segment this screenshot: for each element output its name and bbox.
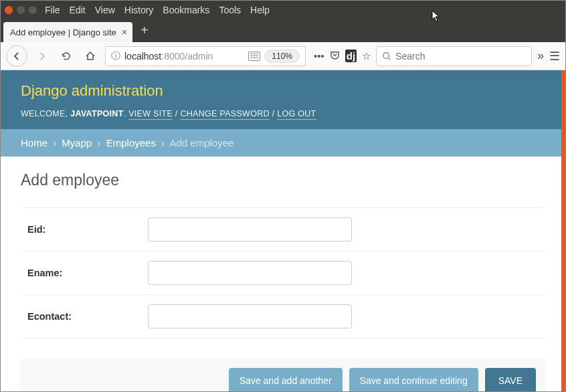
url-host: localhost	[124, 51, 161, 62]
reload-icon	[61, 51, 72, 62]
nav-back-button[interactable]	[6, 45, 27, 67]
home-icon	[85, 51, 96, 62]
submit-row: Save and add another Save and continue e…	[21, 359, 545, 391]
os-titlebar: File Edit View History Bookmarks Tools H…	[1, 1, 565, 19]
page-content: Django administration WELCOME, JAVATPOIN…	[1, 70, 565, 391]
url-path: :8000/admin	[161, 51, 213, 62]
window-controls	[5, 6, 37, 14]
tab-close-icon[interactable]: ×	[122, 27, 127, 37]
os-menubar: File Edit View History Bookmarks Tools H…	[45, 5, 270, 15]
label-eid: Eid:	[27, 224, 148, 235]
window-maximize-button[interactable]	[29, 6, 37, 14]
label-ename: Ename:	[27, 268, 148, 278]
save-continue-button[interactable]: Save and continue editing	[349, 368, 478, 391]
change-password-link[interactable]: CHANGE PASSWORD	[180, 109, 269, 120]
nav-forward-button	[33, 47, 52, 66]
window-minimize-button[interactable]	[17, 6, 25, 14]
arrow-left-icon	[11, 51, 22, 62]
menu-bookmarks[interactable]: Bookmarks	[163, 5, 209, 15]
url-bar[interactable]: ⓘ localhost:8000/admin 110%	[105, 46, 306, 66]
view-site-link[interactable]: VIEW SITE	[128, 109, 173, 120]
svg-point-0	[383, 52, 389, 58]
page-title: Add employee	[21, 171, 545, 189]
reader-mode-icon[interactable]	[248, 52, 260, 61]
breadcrumb-current: Add employee	[169, 137, 233, 149]
breadcrumb-app[interactable]: Myapp	[62, 137, 92, 149]
browser-toolbar: ⓘ localhost:8000/admin 110% ••• dj ☆ » ☰	[1, 42, 565, 70]
main-form-area: Add employee Eid: Ename: Econtact: Save …	[1, 157, 565, 391]
breadcrumb-model[interactable]: Employees	[106, 137, 156, 149]
breadcrumb-home[interactable]: Home	[21, 137, 48, 149]
menu-history[interactable]: History	[124, 5, 154, 15]
save-button[interactable]: SAVE	[485, 368, 536, 391]
search-icon	[382, 52, 391, 61]
menu-help[interactable]: Help	[250, 5, 270, 15]
window-close-button[interactable]	[5, 6, 13, 14]
django-debug-icon[interactable]: dj	[345, 50, 357, 62]
browser-tabstrip: Add employee | Django site × +	[1, 19, 565, 42]
tab-title: Add employee | Django site	[10, 27, 116, 37]
breadcrumb-separator: ›	[161, 137, 165, 149]
breadcrumb-separator: ›	[98, 137, 101, 149]
logout-link[interactable]: LOG OUT	[277, 109, 316, 120]
breadcrumb: Home › Myapp › Employees › Add employee	[1, 129, 565, 157]
bookmark-star-icon[interactable]: ☆	[362, 50, 371, 62]
hamburger-menu-icon[interactable]: ☰	[549, 49, 560, 64]
search-box[interactable]	[376, 46, 532, 66]
input-econtact[interactable]	[148, 304, 352, 328]
input-ename[interactable]	[148, 261, 352, 285]
menu-edit[interactable]: Edit	[70, 5, 86, 15]
new-tab-button[interactable]: +	[140, 23, 149, 38]
search-input[interactable]	[395, 51, 526, 62]
menu-view[interactable]: View	[95, 5, 115, 15]
menu-file[interactable]: File	[45, 5, 60, 15]
breadcrumb-separator: ›	[53, 137, 56, 149]
label-econtact: Econtact:	[27, 311, 148, 322]
site-info-icon[interactable]: ⓘ	[111, 50, 120, 62]
pocket-icon[interactable]	[330, 50, 340, 62]
input-eid[interactable]	[148, 217, 352, 241]
form-row-ename: Ename:	[21, 251, 545, 295]
overflow-chevron-icon[interactable]: »	[537, 49, 544, 63]
url-text: localhost:8000/admin	[124, 51, 213, 62]
browser-tab[interactable]: Add employee | Django site ×	[3, 22, 132, 42]
form-row-econtact: Econtact:	[21, 294, 545, 338]
home-button[interactable]	[81, 47, 100, 66]
arrow-right-icon	[37, 51, 48, 62]
user-tools: WELCOME, JAVATPOINT. VIEW SITE / CHANGE …	[21, 109, 545, 118]
save-add-another-button[interactable]: Save and add another	[229, 368, 343, 391]
username: JAVATPOINT	[70, 109, 123, 118]
scrollbar-edge[interactable]	[561, 70, 565, 391]
menu-tools[interactable]: Tools	[219, 5, 241, 15]
zoom-indicator[interactable]: 110%	[264, 50, 300, 63]
reload-button[interactable]	[57, 47, 76, 66]
django-header: Django administration WELCOME, JAVATPOIN…	[1, 70, 565, 129]
form-row-eid: Eid:	[21, 207, 545, 252]
site-title: Django administration	[21, 82, 545, 100]
welcome-text: WELCOME,	[21, 109, 70, 118]
toolbar-actions: ••• dj ☆	[314, 50, 371, 62]
page-actions-icon[interactable]: •••	[314, 50, 324, 62]
